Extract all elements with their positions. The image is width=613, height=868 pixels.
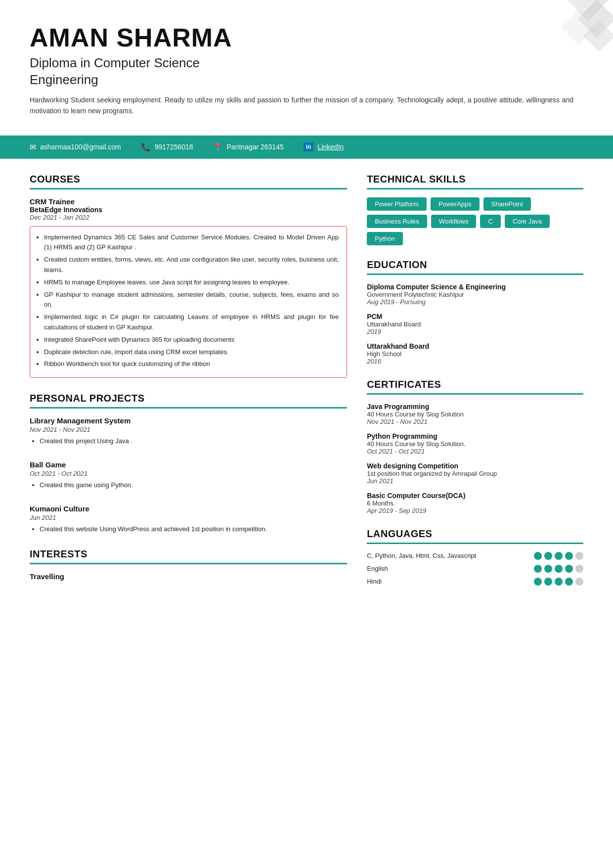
course-bullet: GP Kashipur to manage student admissions… <box>44 290 339 311</box>
certificates-title: CERTIFICATES <box>367 379 583 390</box>
cert-desc-2: 1st position that organized by Amrapali … <box>367 470 583 477</box>
course-role: CRM Trainee <box>30 197 347 206</box>
contact-bar: ✉ asharmaa100@gmail.com 📞 9917256018 📍 P… <box>0 136 613 159</box>
linkedin-link[interactable]: LinkedIn <box>317 143 344 151</box>
edu-degree-2: Uttarakhand Board <box>367 342 583 350</box>
cert-title-0: Java Programming <box>367 403 583 411</box>
course-bullets-list: Implemented Dynamics 365 CE Sales and Cu… <box>30 226 347 378</box>
project-item-2: Kumaoni Culture Jun 2021 Created this we… <box>30 504 347 535</box>
interest-item-0: Travelling <box>30 572 347 581</box>
resume-page: AMAN SHARMA Diploma in Computer Science … <box>0 0 613 868</box>
skill-badge-1: PowerApps <box>431 197 479 211</box>
skills-title: TECHNICAL SKILLS <box>367 174 583 185</box>
contact-linkedin[interactable]: in LinkedIn <box>304 142 344 151</box>
cert-date-2: Jun 2021 <box>367 477 583 485</box>
dot-filled <box>534 565 542 573</box>
main-content: COURSES CRM Trainee BetaEdge Innovations… <box>0 174 613 599</box>
courses-title: COURSES <box>30 174 347 185</box>
edu-date-1: 2019 <box>367 328 583 335</box>
location-icon: 📍 <box>213 142 223 152</box>
skill-badge-0: Power Platform <box>367 197 427 211</box>
project-bullets-2: Created this website Using WordPress and… <box>30 524 347 535</box>
dot-empty <box>575 552 583 560</box>
edu-degree-0: Diploma Computer Science & Engineering <box>367 283 583 291</box>
cert-date-1: Oct 2021 - Oct 2021 <box>367 448 583 455</box>
contact-email: ✉ asharmaa100@gmail.com <box>30 142 121 152</box>
edu-degree-1: PCM <box>367 313 583 320</box>
edu-school-1: Uttarakhand Board <box>367 320 583 328</box>
dot-empty <box>575 578 583 586</box>
lang-name-0: C, Python, Java, Html, Css, Javascript <box>367 552 534 559</box>
candidate-title: Diploma in Computer Science Engineering <box>30 55 583 89</box>
cert-title-3: Basic Computer Course(DCA) <box>367 492 583 500</box>
cert-item-2: Web designing Competition 1st position t… <box>367 462 583 485</box>
project-bullet: Created this project Using Java . <box>40 436 347 447</box>
course-bullet: Ribbon Workbench tool for quick customiz… <box>44 359 339 369</box>
lang-dots-2 <box>534 578 583 586</box>
skill-badge-5: C <box>480 215 500 228</box>
cert-item-0: Java Programming 40 Hours Course by Slog… <box>367 403 583 425</box>
edu-school-2: High School <box>367 350 583 358</box>
skills-divider <box>367 188 583 189</box>
cert-item-3: Basic Computer Course(DCA) 6 Months. Apr… <box>367 492 583 514</box>
skill-badge-7: Python <box>367 232 402 245</box>
cert-title-2: Web designing Competition <box>367 462 583 470</box>
skills-container: Power Platform PowerApps SharePoint Busi… <box>367 197 583 245</box>
edu-date-0: Aug 2019 - Pursuing <box>367 298 583 306</box>
languages-divider <box>367 543 583 544</box>
course-item: CRM Trainee BetaEdge Innovations Dec 202… <box>30 197 347 378</box>
edu-item-0: Diploma Computer Science & Engineering G… <box>367 283 583 306</box>
course-bullet: Duplicate detection rule, import data us… <box>44 347 339 358</box>
cert-title-1: Python Programming <box>367 432 583 440</box>
dot-filled <box>544 578 552 586</box>
dot-filled <box>555 578 563 586</box>
project-bullets-1: Created this game using Python. <box>30 480 347 491</box>
languages-section: LANGUAGES C, Python, Java, Html, Css, Ja… <box>367 528 583 586</box>
project-name-1: Ball Game <box>30 460 347 469</box>
course-bullet: HRMS to manage Employee leaves. use Java… <box>44 277 339 288</box>
lang-dots-0 <box>534 552 583 560</box>
skills-section: TECHNICAL SKILLS Power Platform PowerApp… <box>367 174 583 245</box>
languages-title: LANGUAGES <box>367 528 583 540</box>
projects-divider <box>30 407 347 409</box>
course-bullet: Implemented logic in C# plugin for calcu… <box>44 312 339 333</box>
project-item-0: Library Management System Nov 2021 - Nov… <box>30 416 347 447</box>
header: AMAN SHARMA Diploma in Computer Science … <box>0 0 613 127</box>
cert-desc-3: 6 Months. <box>367 500 583 507</box>
edu-date-2: 2016 <box>367 358 583 365</box>
skill-badge-6: Core Java <box>505 215 550 228</box>
course-bullet: Integrated SharePoint with Dynamics 365 … <box>44 335 339 345</box>
project-name-2: Kumaoni Culture <box>30 504 347 513</box>
skill-badge-3: Business Rules <box>367 215 427 228</box>
interests-section: Interests Travelling <box>30 548 347 581</box>
lang-item-1: English <box>367 565 583 573</box>
projects-section: PERSONAL PROJECTS Library Management Sys… <box>30 393 347 534</box>
cert-desc-0: 40 Hours Course by Slog Solution <box>367 411 583 418</box>
course-org: BetaEdge Innovations <box>30 206 347 214</box>
course-bullet: Implemented Dynamics 365 CE Sales and Cu… <box>44 232 339 253</box>
edu-item-1: PCM Uttarakhand Board 2019 <box>367 313 583 335</box>
dot-filled <box>555 565 563 573</box>
education-divider <box>367 274 583 275</box>
lang-name-2: Hindi <box>367 578 534 585</box>
cert-desc-1: 40 Hours Course by Slog Solution. <box>367 440 583 448</box>
contact-location: 📍 Pantnagar 263145 <box>213 142 284 152</box>
edu-school-0: Government Polytechnic Kashipur <box>367 291 583 298</box>
dot-filled <box>534 578 542 586</box>
skill-badge-4: Workflows <box>431 215 477 228</box>
dot-filled <box>534 552 542 560</box>
dot-empty <box>575 565 583 573</box>
linkedin-icon: in <box>304 142 314 151</box>
phone-icon: 📞 <box>141 142 151 152</box>
project-bullet: Created this website Using WordPress and… <box>40 524 347 535</box>
education-section: EDUCATION Diploma Computer Science & Eng… <box>367 259 583 365</box>
dot-filled <box>544 552 552 560</box>
email-icon: ✉ <box>30 142 36 152</box>
course-date: Dec 2021 - Jan 2022 <box>30 214 347 221</box>
projects-title: PERSONAL PROJECTS <box>30 393 347 404</box>
right-column: TECHNICAL SKILLS Power Platform PowerApp… <box>367 174 583 599</box>
cert-date-3: Apr 2019 - Sep 2019 <box>367 507 583 514</box>
cert-date-0: Nov 2021 - Nov 2021 <box>367 418 583 425</box>
course-bullet: Created custom entities, forms, views, e… <box>44 255 339 275</box>
lang-name-1: English <box>367 565 534 572</box>
